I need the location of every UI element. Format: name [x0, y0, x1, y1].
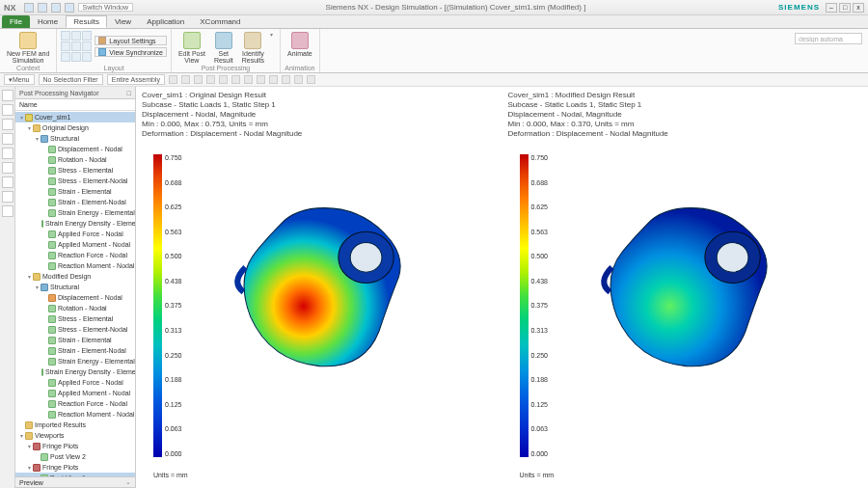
selection-filter-dropdown[interactable]: No Selection Filter	[39, 74, 103, 85]
set-result-button[interactable]: Set Result	[211, 31, 236, 65]
qat-redo-icon[interactable]	[51, 3, 61, 13]
tree-node[interactable]: Strain Energy Density - Elemental	[15, 218, 135, 229]
tree-node[interactable]: ▾Cover_sim1	[15, 112, 135, 122]
res-ic-9[interactable]	[2, 205, 14, 217]
tree-node[interactable]: Strain - Element-Nodal	[15, 197, 135, 207]
post-overflow-icon[interactable]: ▾	[270, 31, 276, 37]
sel-ic-3[interactable]	[194, 75, 203, 84]
tree-node[interactable]: Strain Energy - Elemental	[15, 356, 135, 366]
res-sim-icon[interactable]	[2, 119, 14, 130]
tree-node[interactable]: Applied Force - Nodal	[15, 377, 135, 388]
tree-node[interactable]: Displacement - Nodal	[15, 292, 135, 303]
res-history-icon[interactable]	[2, 148, 14, 159]
twistie-icon[interactable]: ▾	[34, 284, 41, 290]
viewport-left[interactable]: Cover_sim1 : Original Design Result Subc…	[136, 87, 502, 488]
res-post-icon[interactable]	[2, 133, 14, 145]
menu-dropdown[interactable]: ▾ Menu	[4, 74, 35, 85]
layout-1-icon[interactable]	[61, 31, 70, 41]
tab-application[interactable]: Application	[139, 15, 192, 28]
tree-node[interactable]: ▾Modified Design	[15, 271, 135, 282]
tree-node[interactable]: Rotation - Nodal	[15, 303, 135, 313]
tab-view[interactable]: View	[107, 15, 139, 28]
tree-node[interactable]: Strain Energy - Elemental	[15, 207, 135, 218]
assembly-scope-dropdown[interactable]: Entire Assembly	[107, 74, 165, 85]
edit-post-view-button[interactable]: Edit Post View	[176, 31, 208, 65]
fem-part-left[interactable]	[221, 183, 428, 381]
tree-node[interactable]: Stress - Elemental	[15, 165, 135, 176]
tree-node[interactable]: ▾Fringe Plots	[15, 441, 135, 451]
layout-5-icon[interactable]	[71, 41, 81, 51]
twistie-icon[interactable]: ▾	[26, 443, 33, 449]
navigator-tree[interactable]: ▾Cover_sim1▾Original Design▾StructuralDi…	[15, 111, 135, 476]
tree-node[interactable]: Post View 2	[15, 451, 135, 462]
tree-node[interactable]: Strain - Element-Nodal	[15, 345, 135, 356]
minimize-button[interactable]: –	[826, 3, 837, 13]
tree-node[interactable]: Reaction Force - Nodal	[15, 250, 135, 260]
sel-ic-12[interactable]	[307, 75, 315, 84]
layout-8-icon[interactable]	[71, 52, 81, 62]
animate-button[interactable]: Animate	[285, 31, 315, 58]
layout-9-icon[interactable]	[82, 52, 92, 62]
twistie-icon[interactable]: ▾	[26, 273, 33, 280]
tab-xcommand[interactable]: XCommand	[192, 15, 248, 28]
tree-node[interactable]: Strain - Elemental	[15, 186, 135, 197]
sel-ic-6[interactable]	[231, 75, 240, 84]
tree-node[interactable]: Stress - Elemental	[15, 313, 135, 324]
viewport-right[interactable]: Cover_sim1 : Modified Design Result Subc…	[502, 87, 869, 488]
tree-node[interactable]: Applied Moment - Nodal	[15, 388, 135, 398]
layout-4-icon[interactable]	[61, 41, 70, 51]
layout-3-icon[interactable]	[82, 31, 92, 41]
res-part-icon[interactable]	[2, 104, 14, 116]
tree-node[interactable]: Strain - Elemental	[15, 335, 135, 345]
fem-part-right[interactable]	[587, 183, 795, 381]
new-fem-sim-button[interactable]: New FEM and Simulation	[4, 31, 52, 65]
tree-node[interactable]: Rotation - Nodal	[15, 154, 135, 165]
maximize-button[interactable]: □	[839, 3, 851, 13]
twistie-icon[interactable]: ▾	[26, 464, 33, 471]
layout-settings-button[interactable]: Layout Settings	[95, 36, 167, 45]
sel-ic-1[interactable]	[169, 75, 177, 84]
layout-2-icon[interactable]	[71, 31, 81, 41]
tree-node[interactable]: ▾Viewports	[15, 430, 135, 441]
identify-results-button[interactable]: Identify Results	[239, 31, 267, 65]
tree-node[interactable]: Reaction Moment - Nodal	[15, 260, 135, 271]
tree-node[interactable]: ▾Fringe Plots	[15, 462, 135, 473]
sel-ic-11[interactable]	[294, 75, 303, 84]
tree-node[interactable]: Imported Results	[15, 420, 135, 430]
qat-save-icon[interactable]	[24, 3, 34, 13]
sel-ic-9[interactable]	[269, 75, 278, 84]
sel-ic-5[interactable]	[219, 75, 228, 84]
sel-ic-10[interactable]	[282, 75, 290, 84]
sel-ic-7[interactable]	[244, 75, 253, 84]
tab-home[interactable]: Home	[30, 15, 66, 28]
res-nav-icon[interactable]	[2, 90, 14, 101]
tree-node[interactable]: Stress - Element-Nodal	[15, 176, 135, 186]
qat-undo-icon[interactable]	[38, 3, 47, 13]
res-help-icon[interactable]	[2, 176, 14, 188]
preview-section[interactable]: Preview⌄	[15, 476, 135, 488]
navigator-column-header[interactable]: Name	[15, 99, 135, 111]
twistie-icon[interactable]: ▾	[34, 135, 41, 142]
twistie-icon[interactable]: ▾	[18, 114, 25, 121]
tree-node[interactable]: ▾Original Design	[15, 122, 135, 133]
layout-7-icon[interactable]	[61, 52, 70, 62]
layout-6-icon[interactable]	[82, 41, 92, 51]
sel-ic-8[interactable]	[257, 75, 265, 84]
tree-node[interactable]: ▾Structural	[15, 282, 135, 292]
sel-ic-2[interactable]	[181, 75, 190, 84]
tree-node[interactable]: Displacement - Nodal	[15, 144, 135, 154]
tab-results[interactable]: Results	[66, 15, 107, 28]
tree-node[interactable]: Reaction Moment - Nodal	[15, 409, 135, 420]
switch-window-dropdown[interactable]: Switch Window	[78, 3, 133, 12]
close-button[interactable]: x	[853, 3, 864, 13]
tab-file[interactable]: File	[2, 15, 30, 28]
twistie-icon[interactable]: ▾	[26, 124, 33, 131]
sel-ic-4[interactable]	[206, 75, 215, 84]
navigator-close-icon[interactable]: □	[127, 90, 131, 96]
qat-cut-icon[interactable]	[65, 3, 74, 13]
graphics-viewport[interactable]: Cover_sim1 : Original Design Result Subc…	[136, 87, 868, 488]
tree-node[interactable]: Applied Moment - Nodal	[15, 239, 135, 250]
res-ic-8[interactable]	[2, 191, 14, 203]
view-sync-button[interactable]: View Synchronize	[95, 47, 167, 57]
res-roles-icon[interactable]	[2, 162, 14, 174]
